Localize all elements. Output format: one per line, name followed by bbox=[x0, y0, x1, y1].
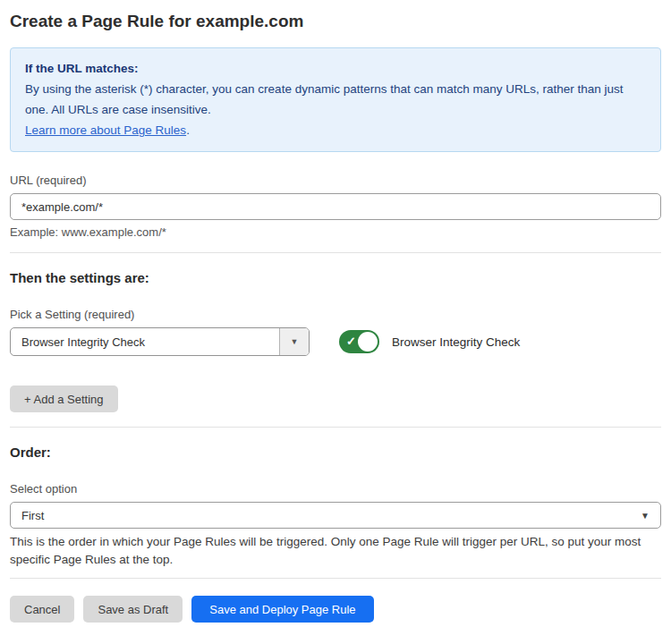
save-draft-button[interactable]: Save as Draft bbox=[83, 596, 183, 623]
info-box-body: By using the asterisk (*) character, you… bbox=[25, 79, 646, 120]
order-select-label: Select option bbox=[10, 482, 661, 496]
url-label: URL (required) bbox=[10, 174, 661, 188]
divider bbox=[10, 578, 661, 579]
page-title: Create a Page Rule for example.com bbox=[10, 11, 661, 32]
order-help-text: This is the order in which your Page Rul… bbox=[10, 533, 654, 569]
order-section-heading: Order: bbox=[10, 444, 661, 461]
link-period: . bbox=[186, 123, 190, 137]
divider bbox=[10, 252, 661, 253]
info-box-link-line: Learn more about Page Rules. bbox=[25, 120, 646, 140]
add-setting-button[interactable]: + Add a Setting bbox=[10, 386, 118, 412]
url-example-text: Example: www.example.com/* bbox=[10, 225, 661, 240]
order-select-value: First bbox=[11, 509, 641, 522]
footer-actions: Cancel Save as Draft Save and Deploy Pag… bbox=[10, 596, 661, 623]
toggle-label: Browser Integrity Check bbox=[392, 335, 520, 349]
toggle-knob bbox=[358, 332, 378, 352]
order-select[interactable]: First ▼ bbox=[10, 502, 661, 529]
chevron-down-icon: ▼ bbox=[641, 511, 660, 521]
toggle-wrap: ✓ Browser Integrity Check bbox=[339, 330, 520, 353]
url-input[interactable] bbox=[10, 193, 661, 220]
check-icon: ✓ bbox=[346, 335, 356, 347]
learn-more-link[interactable]: Learn more about Page Rules bbox=[25, 123, 186, 137]
divider bbox=[10, 427, 661, 428]
browser-integrity-toggle[interactable]: ✓ bbox=[339, 330, 379, 353]
info-box-heading: If the URL matches: bbox=[25, 58, 646, 79]
page-rule-form: Create a Page Rule for example.com If th… bbox=[0, 11, 671, 623]
setting-select-value: Browser Integrity Check bbox=[11, 335, 279, 349]
url-matches-info-box: If the URL matches: By using the asteris… bbox=[10, 47, 661, 152]
setting-row: Browser Integrity Check ▼ ✓ Browser Inte… bbox=[10, 327, 661, 356]
chevron-down-icon[interactable]: ▼ bbox=[279, 328, 309, 355]
save-deploy-button[interactable]: Save and Deploy Page Rule bbox=[191, 596, 373, 623]
cancel-button[interactable]: Cancel bbox=[10, 596, 74, 623]
setting-select[interactable]: Browser Integrity Check ▼ bbox=[10, 327, 310, 356]
pick-setting-label: Pick a Setting (required) bbox=[10, 308, 661, 322]
settings-section-heading: Then the settings are: bbox=[10, 269, 661, 286]
